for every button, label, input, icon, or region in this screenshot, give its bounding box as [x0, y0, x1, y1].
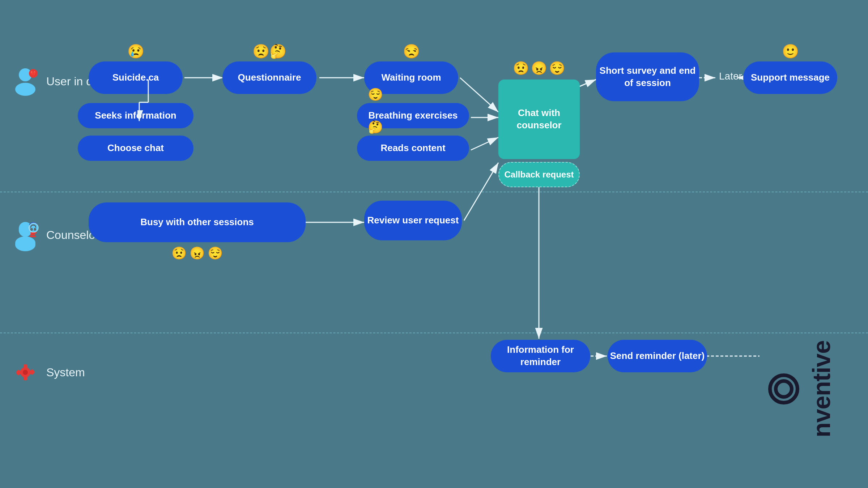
svg-rect-13	[24, 364, 27, 369]
svg-rect-40	[30, 232, 37, 234]
logo-ring-icon	[767, 373, 800, 405]
svg-point-48	[776, 381, 792, 397]
node-busy-sessions: 😟😠😌 Busy with other sessions	[89, 202, 306, 242]
node-questionnaire: 😟🤔 Questionnaire	[222, 61, 316, 94]
system-label: System	[46, 366, 85, 379]
diagram-container: 💔 User in distress 🎧 Counselor	[0, 0, 868, 488]
svg-point-12	[23, 370, 28, 375]
node-suicide-ca: 😢 Suicide.ca	[89, 61, 183, 94]
node-send-reminder: Send reminder (later)	[608, 340, 707, 372]
node-info-reminder: Information for reminder	[491, 340, 590, 372]
node-support-message: 🙂 Support message	[743, 61, 837, 94]
system-icon	[11, 358, 40, 387]
counselor-icon-area: 🎧	[11, 222, 40, 253]
node-chat-counselor: 😟😠😌 Chat with counselor Callback request	[498, 80, 580, 188]
svg-line-28	[579, 80, 596, 87]
svg-rect-19	[29, 369, 35, 375]
svg-point-1	[15, 83, 35, 96]
svg-rect-42	[30, 236, 36, 237]
svg-point-37	[15, 238, 35, 251]
node-seeks-info: Seeks information	[78, 103, 193, 128]
lane-divider-1	[0, 192, 868, 192]
lane-divider-2	[0, 333, 868, 333]
svg-text:💔: 💔	[30, 70, 37, 77]
node-choose-chat: Choose chat	[78, 136, 193, 161]
node-short-survey: Short survey and end of session	[596, 52, 699, 101]
lane-system: System	[11, 358, 85, 387]
svg-rect-41	[30, 234, 35, 235]
nventive-text: nventive	[807, 341, 835, 437]
svg-line-27	[471, 137, 498, 150]
node-reads-content: 🤔 Reads content	[357, 136, 469, 161]
svg-text:🎧: 🎧	[30, 224, 37, 231]
node-review-request: Review user request	[364, 201, 462, 240]
user-distress-icon: 💔	[11, 67, 40, 96]
svg-rect-14	[24, 376, 27, 380]
svg-rect-20	[16, 369, 22, 375]
